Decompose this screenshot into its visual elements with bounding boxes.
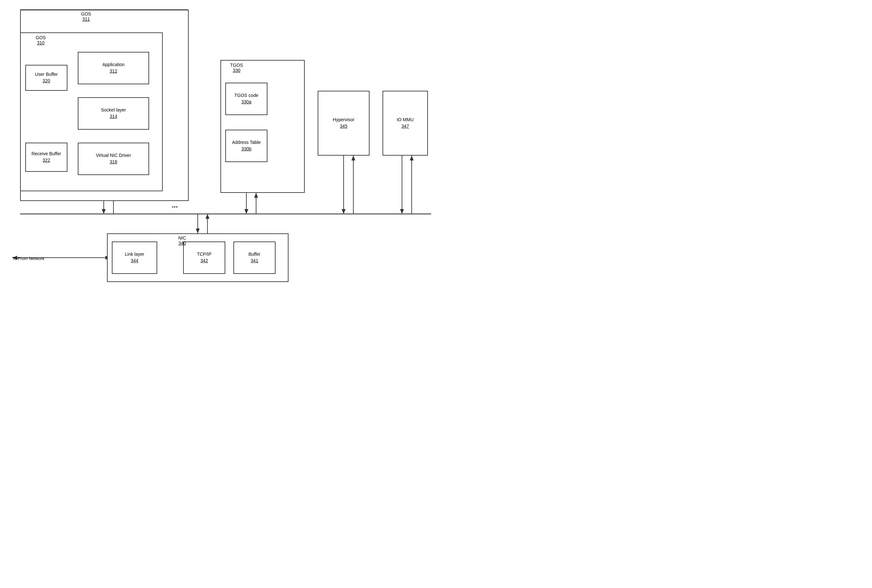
tgos330-label: TGOS 330: [230, 63, 243, 73]
svg-marker-20: [206, 214, 209, 219]
virtualnic316-box: Virtual NIC Driver 316: [78, 142, 149, 175]
svg-marker-12: [351, 156, 355, 160]
svg-marker-6: [245, 209, 248, 214]
nic340-label: NIC 340: [178, 236, 186, 246]
tgoscode330a-box: TGOS code 330a: [225, 82, 267, 115]
receivebuffer322-box: Receive Buffer 322: [25, 142, 68, 172]
ellipsis-label: ...: [172, 201, 178, 209]
linklayer344-box: Link layer 344: [112, 242, 157, 274]
gos311-label: GOS 311: [81, 11, 91, 22]
gos310-label: GOS 310: [36, 35, 46, 45]
buffer341-box: Buffer 341: [233, 242, 276, 274]
svg-marker-10: [342, 209, 345, 214]
svg-marker-16: [410, 156, 414, 160]
socket314-box: Socket layer 314: [78, 97, 149, 130]
tcpip342-box: TCP/IP 342: [183, 242, 225, 274]
userbuffer320-box: User Buffer 320: [25, 65, 68, 91]
svg-marker-2: [102, 209, 106, 214]
svg-marker-8: [254, 193, 258, 198]
iommu347-box: IO MMU 347: [383, 91, 428, 156]
tgos330-box: [221, 60, 305, 193]
application312-box: Application 312: [78, 52, 149, 84]
hypervisor345-box: Hypervisor 345: [318, 91, 369, 156]
to-from-network-label: To/From Network: [12, 256, 44, 261]
svg-marker-14: [400, 209, 404, 214]
svg-marker-18: [196, 228, 200, 233]
addresstable330b-box: Address Table 330b: [225, 130, 267, 162]
